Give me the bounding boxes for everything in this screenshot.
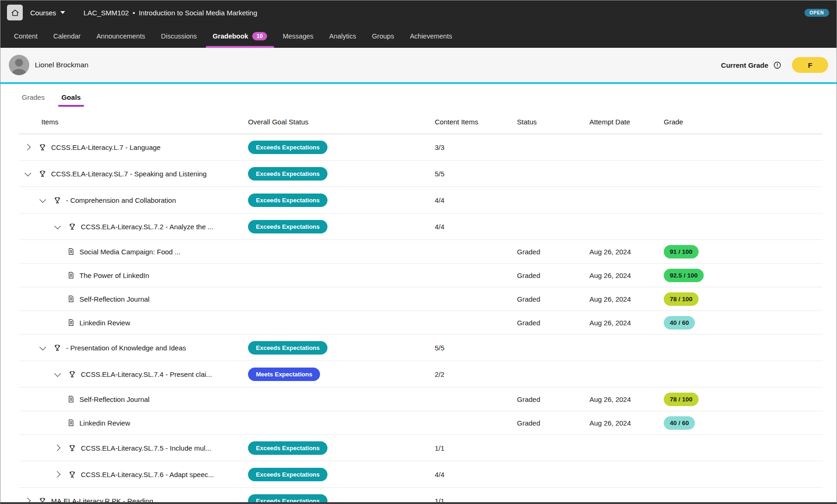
grade-pill[interactable]: 92.5 / 100 — [664, 269, 704, 282]
goal-trophy-icon — [68, 471, 76, 478]
collapse-chevron-icon[interactable] — [38, 342, 48, 353]
nav-tabs: ContentCalendarAnnouncementsDiscussionsG… — [6, 25, 460, 48]
row-label: Linkedin Review — [79, 319, 130, 327]
tab-gradebook[interactable]: Gradebook10 — [205, 25, 275, 48]
row-label: CCSS.ELA-Literacy.SL.7.6 - Adapt speec..… — [81, 471, 214, 478]
tab-announcements[interactable]: Announcements — [89, 25, 153, 48]
goals-rows: CCSS.ELA-Literacy.L.7 - LanguageExceeds … — [19, 134, 823, 502]
attempt-date: Aug 26, 2024 — [589, 319, 664, 327]
content-item-row: Linkedin ReviewGradedAug 26, 202440 / 60 — [19, 311, 823, 335]
grade-pill[interactable]: 40 / 60 — [664, 416, 695, 430]
attempt-date: Aug 26, 2024 — [589, 419, 664, 427]
content-items-count: 1/1 — [435, 444, 517, 452]
goal-status-badge: Exceeds Expectations — [248, 441, 327, 455]
document-icon — [67, 395, 75, 403]
goal-row: CCSS.ELA-Literacy.SL.7.6 - Adapt speec..… — [19, 461, 823, 488]
goal-status-badge: Exceeds Expectations — [248, 167, 327, 181]
open-status-badge: OPEN — [804, 9, 829, 17]
goal-row: CCSS.ELA-Literacy.SL.7.4 - Present clai.… — [19, 361, 823, 388]
attempt-status: Graded — [517, 319, 589, 327]
goal-trophy-icon — [39, 170, 46, 178]
attempt-status: Graded — [517, 395, 589, 403]
grade-pill[interactable]: 78 / 100 — [664, 292, 699, 306]
goals-table: Items Overall Goal Status Content Items … — [0, 110, 837, 502]
goal-trophy-icon — [68, 444, 76, 452]
tab-analytics[interactable]: Analytics — [321, 25, 364, 48]
topbar: Courses LAC_SMM102 • Introduction to Soc… — [0, 0, 837, 25]
goal-status-badge: Exceeds Expectations — [248, 141, 327, 154]
tab-label: Achievements — [410, 32, 452, 40]
tab-discussions[interactable]: Discussions — [153, 25, 204, 48]
goal-row: - Presentation of Knowledge and IdeasExc… — [19, 335, 823, 361]
goal-status-badge: Exceeds Expectations — [248, 220, 327, 233]
gradebook-subtabs: Grades Goals — [0, 84, 837, 110]
row-label: CCSS.ELA-Literacy.SL.7.2 - Analyze the .… — [81, 223, 214, 231]
content-items-count: 1/1 — [435, 497, 517, 503]
attempt-status: Graded — [517, 419, 589, 427]
avatar — [9, 55, 29, 75]
goal-status-badge: Meets Expectations — [248, 368, 320, 381]
grade-pill[interactable]: 91 / 100 — [664, 245, 699, 258]
document-icon — [67, 271, 75, 279]
goal-trophy-icon — [53, 344, 61, 352]
tab-messages[interactable]: Messages — [275, 25, 321, 48]
goal-trophy-icon — [39, 143, 46, 151]
expand-chevron-icon[interactable] — [23, 142, 33, 152]
expand-chevron-icon[interactable] — [52, 443, 63, 453]
tab-goals[interactable]: Goals — [61, 93, 81, 101]
tab-label: Calendar — [53, 32, 81, 40]
chevron-down-icon — [60, 11, 65, 14]
document-icon — [67, 248, 75, 255]
tab-label: Content — [14, 32, 38, 40]
goal-row: - Comprehension and CollaborationExceeds… — [19, 187, 823, 213]
row-label: CCSS.ELA-Literacy.L.7 - Language — [51, 143, 161, 151]
collapse-chevron-icon[interactable] — [23, 168, 33, 179]
goal-row: CCSS.ELA-Literacy.SL.7 - Speaking and Li… — [19, 161, 823, 187]
collapse-chevron-icon[interactable] — [52, 221, 63, 232]
tab-label: Gradebook — [213, 32, 248, 40]
goal-status-badge: Exceeds Expectations — [248, 341, 327, 355]
row-label: Self-Reflection Journal — [79, 395, 150, 403]
expand-chevron-icon[interactable] — [52, 469, 63, 479]
tab-achievements[interactable]: Achievements — [402, 25, 460, 48]
goal-trophy-icon — [39, 497, 46, 503]
column-header-status: Status — [517, 118, 589, 126]
gradebook-count-badge: 10 — [252, 32, 267, 40]
attempt-status: Graded — [517, 271, 589, 279]
row-label: Self-Reflection Journal — [79, 295, 150, 303]
grade-pill[interactable]: 40 / 60 — [664, 316, 695, 330]
content-items-count: 4/4 — [435, 223, 517, 231]
course-code: LAC_SMM102 — [84, 9, 129, 17]
info-icon[interactable] — [773, 61, 782, 70]
grade-pill[interactable]: 78 / 100 — [664, 393, 699, 406]
attempt-status: Graded — [517, 248, 589, 256]
tab-label: Groups — [372, 32, 394, 40]
expand-chevron-icon[interactable] — [23, 496, 33, 502]
tab-label: Discussions — [161, 32, 196, 40]
document-icon — [67, 295, 75, 303]
courses-dropdown[interactable]: Courses — [30, 9, 65, 17]
course-title: Introduction to Social Media Marketing — [139, 9, 257, 17]
content-items-count: 5/5 — [435, 170, 517, 178]
course-nav: ContentCalendarAnnouncementsDiscussionsG… — [0, 25, 837, 48]
tab-calendar[interactable]: Calendar — [46, 25, 89, 48]
goal-row: CCSS.ELA-Literacy.SL.7.2 - Analyze the .… — [19, 213, 823, 240]
tab-content[interactable]: Content — [6, 25, 46, 48]
row-label: - Presentation of Knowledge and Ideas — [66, 344, 186, 352]
attempt-status: Graded — [517, 295, 589, 303]
tab-grades[interactable]: Grades — [22, 93, 45, 101]
content-items-count: 2/2 — [435, 370, 517, 378]
collapse-chevron-icon[interactable] — [52, 369, 63, 379]
content-item-row: Social Media Campaign: Food ...GradedAug… — [19, 240, 823, 264]
content-item-row: The Power of LinkedInGradedAug 26, 20249… — [19, 264, 823, 287]
row-label: Linkedin Review — [79, 419, 130, 427]
home-button[interactable] — [7, 5, 23, 20]
row-label: CCSS.ELA-Literacy.SL.7.4 - Present clai.… — [81, 370, 212, 378]
document-icon — [67, 319, 75, 326]
course-breadcrumb: LAC_SMM102 • Introduction to Social Medi… — [84, 9, 257, 17]
tab-label: Analytics — [329, 32, 356, 40]
goal-status-badge: Exceeds Expectations — [248, 194, 327, 207]
collapse-chevron-icon[interactable] — [38, 195, 48, 205]
tab-groups[interactable]: Groups — [364, 25, 402, 48]
person-icon — [9, 69, 29, 75]
